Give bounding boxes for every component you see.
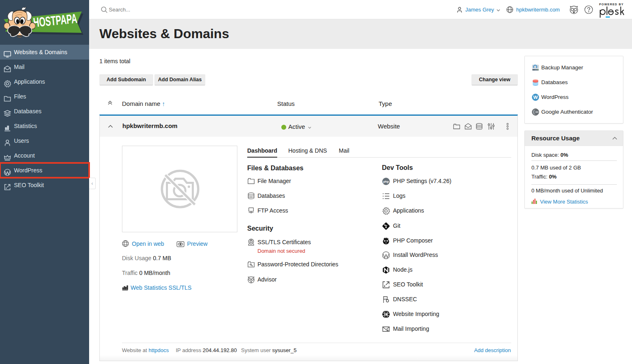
svg-text:php: php bbox=[383, 180, 389, 183]
svg-text:W: W bbox=[533, 94, 538, 100]
